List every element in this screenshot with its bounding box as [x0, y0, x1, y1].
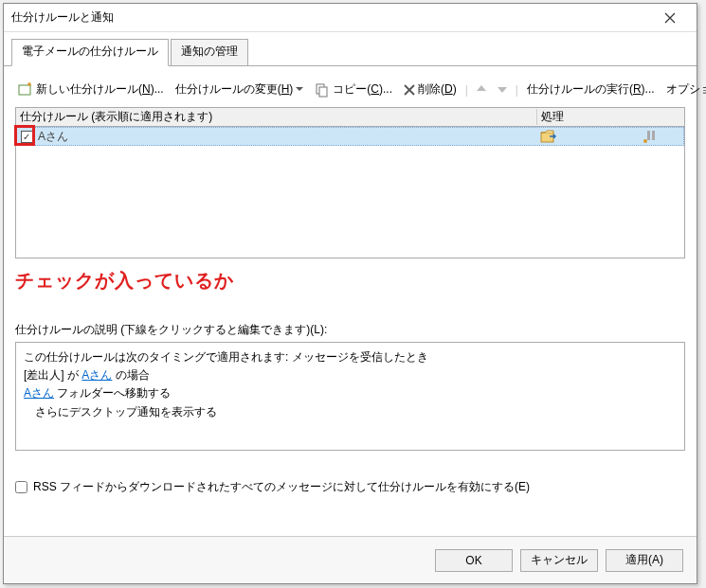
- close-icon: [664, 12, 676, 24]
- move-down-button[interactable]: [495, 83, 510, 97]
- desc-line2: [差出人] が Aさん の場合: [24, 366, 677, 384]
- svg-rect-3: [541, 133, 553, 142]
- move-up-button[interactable]: [474, 83, 489, 97]
- rss-option: RSS フィードからダウンロードされたすべてのメッセージに対して仕分けルールを有…: [15, 479, 685, 495]
- rules-body: ✓ Aさん: [16, 127, 684, 258]
- delete-button[interactable]: 削除(D): [401, 80, 460, 99]
- desc-line4: さらにデスクトップ通知を表示する: [24, 403, 677, 421]
- dialog-title: 仕分けルールと通知: [11, 9, 651, 26]
- separator: |: [465, 83, 468, 97]
- rss-label[interactable]: RSS フィードからダウンロードされたすべてのメッセージに対して仕分けルールを有…: [33, 479, 530, 495]
- tab-email-rules[interactable]: 電子メールの仕分けルール: [11, 39, 169, 66]
- rules-dialog: 仕分けルールと通知 電子メールの仕分けルール 通知の管理 新しい仕分けルール(N…: [3, 3, 697, 584]
- rule-checkbox[interactable]: ✓: [17, 131, 36, 143]
- description-label: 仕分けルールの説明 (下線をクリックすると編集できます)(L):: [15, 322, 685, 338]
- svg-rect-2: [319, 87, 327, 97]
- move-to-folder-icon: [540, 129, 557, 144]
- new-rule-button[interactable]: 新しい仕分けルール(N)...: [15, 80, 167, 99]
- titlebar: 仕分けルールと通知: [4, 4, 697, 32]
- delete-icon: [404, 84, 415, 96]
- toolbar: 新しい仕分けルール(N)... 仕分けルールの変更(H) コピー(C)... 削…: [15, 76, 685, 107]
- svg-rect-0: [19, 85, 30, 95]
- copy-icon: [315, 82, 330, 98]
- content-area: 新しい仕分けルール(N)... 仕分けルールの変更(H) コピー(C)... 削…: [4, 66, 697, 536]
- separator: |: [516, 83, 518, 97]
- desc-line3: Aさん フォルダーへ移動する: [24, 384, 677, 402]
- rule-row[interactable]: ✓ Aさん: [16, 127, 684, 146]
- rule-action-icons: [536, 129, 683, 144]
- svg-rect-5: [652, 131, 655, 140]
- svg-rect-4: [647, 131, 650, 140]
- rules-list-panel: 仕分けルール (表示順に適用されます) 処理 ✓ Aさん: [15, 107, 685, 258]
- desc-line1: この仕分けルールは次のタイミングで適用されます: メッセージを受信したとき: [24, 348, 677, 366]
- column-action[interactable]: 処理: [537, 109, 684, 125]
- rule-name: Aさん: [36, 129, 536, 145]
- tab-notifications[interactable]: 通知の管理: [171, 39, 248, 66]
- rules-header: 仕分けルール (表示順に適用されます) 処理: [16, 108, 684, 127]
- rss-checkbox[interactable]: [15, 481, 27, 493]
- tab-bar: 電子メールの仕分けルール 通知の管理: [4, 32, 697, 66]
- options-button[interactable]: オプション(O): [663, 80, 706, 99]
- cancel-button[interactable]: キャンセル: [520, 549, 598, 572]
- up-arrow-icon: [477, 85, 486, 95]
- copy-button[interactable]: コピー(C)...: [312, 80, 395, 99]
- desc-folder-link[interactable]: Aさん: [24, 386, 54, 400]
- ok-button[interactable]: OK: [435, 549, 513, 572]
- run-rules-button[interactable]: 仕分けルールの実行(R)...: [524, 80, 658, 99]
- new-rule-icon: [18, 82, 33, 98]
- dialog-footer: OK キャンセル 適用(A): [4, 536, 697, 583]
- change-rule-button[interactable]: 仕分けルールの変更(H): [172, 80, 307, 99]
- checkbox-icon: ✓: [21, 131, 33, 143]
- desc-sender-link[interactable]: Aさん: [81, 368, 112, 382]
- down-arrow-icon: [498, 85, 507, 95]
- desktop-alert-icon: [643, 129, 660, 144]
- dropdown-icon: [296, 87, 303, 92]
- column-rule-name[interactable]: 仕分けルール (表示順に適用されます): [16, 109, 537, 125]
- svg-point-6: [643, 139, 647, 143]
- close-button[interactable]: [651, 5, 689, 31]
- apply-button[interactable]: 適用(A): [606, 549, 683, 572]
- description-panel: この仕分けルールは次のタイミングで適用されます: メッセージを受信したとき [差…: [15, 342, 685, 451]
- annotation-text: チェックが入っているか: [15, 268, 685, 294]
